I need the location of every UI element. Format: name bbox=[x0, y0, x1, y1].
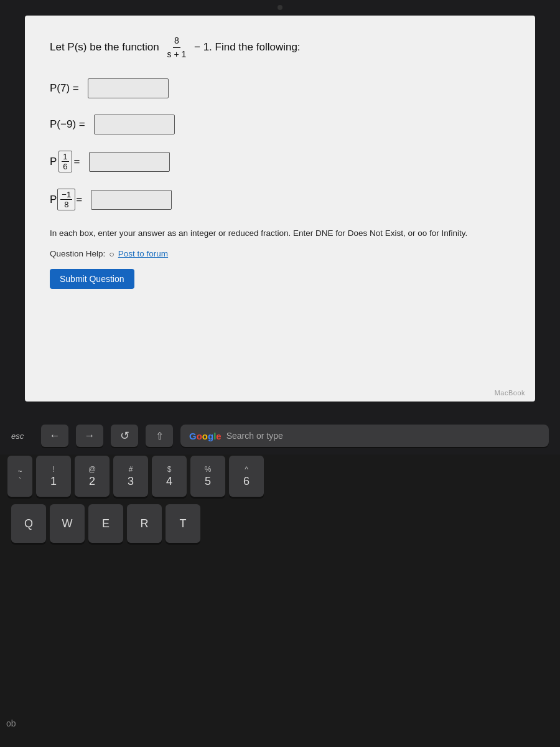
search-bar[interactable]: Google Search or type bbox=[180, 425, 549, 447]
r-char: R bbox=[141, 517, 149, 530]
key-t[interactable]: T bbox=[166, 504, 200, 543]
row-p-9: P(−9) = bbox=[50, 115, 510, 134]
forward-key[interactable]: → bbox=[76, 425, 103, 447]
dollar-symbol: $ bbox=[167, 465, 172, 474]
help-icon: ○ bbox=[109, 249, 114, 259]
bottom-label: ob bbox=[6, 718, 16, 728]
label-p-9: P(−9) = bbox=[50, 118, 85, 131]
three-char: 3 bbox=[128, 475, 134, 488]
problem-text-prefix: Let P(s) be the function bbox=[50, 41, 159, 53]
one-char: 1 bbox=[50, 475, 57, 488]
hash-symbol: # bbox=[129, 465, 133, 474]
five-char: 5 bbox=[205, 475, 211, 488]
back-arrow-icon: ← bbox=[50, 430, 60, 442]
forward-arrow-icon: → bbox=[85, 430, 95, 442]
google-logo: Google bbox=[189, 431, 222, 441]
exclaim-symbol: ! bbox=[52, 465, 54, 474]
post-to-forum-link[interactable]: Post to forum bbox=[118, 249, 168, 258]
label-p-neg-1-8: P −1 8 = bbox=[50, 189, 82, 210]
key-3[interactable]: # 3 bbox=[113, 456, 148, 497]
input-p7[interactable] bbox=[88, 78, 169, 98]
row-p7: P(7) = bbox=[50, 78, 510, 98]
key-1[interactable]: ! 1 bbox=[36, 456, 71, 497]
label-p-1-6: P 1 6 = bbox=[50, 151, 80, 172]
key-q[interactable]: Q bbox=[11, 504, 46, 543]
esc-key[interactable]: esc bbox=[11, 431, 34, 441]
camera bbox=[278, 5, 282, 10]
input-p-1-6[interactable] bbox=[89, 152, 170, 172]
fraction-neg-1-8: −1 8 bbox=[57, 189, 75, 210]
problem-statement: Let P(s) be the function 8 s + 1 − 1. Fi… bbox=[50, 34, 510, 61]
caret-symbol: ^ bbox=[245, 465, 248, 474]
key-r[interactable]: R bbox=[127, 504, 162, 543]
row-p-neg-1-8: P −1 8 = bbox=[50, 189, 510, 210]
macbook-brand: MacBook bbox=[495, 389, 525, 397]
tilde-key[interactable]: ~ ` bbox=[7, 456, 32, 497]
number-row: ~ ` ! 1 @ 2 # 3 $ 4 % 5 ^ 6 bbox=[0, 456, 560, 497]
input-p-neg-1-8[interactable] bbox=[91, 190, 172, 210]
problem-text-suffix: − 1. Find the following: bbox=[194, 41, 301, 53]
key-4[interactable]: $ 4 bbox=[152, 456, 187, 497]
instruction-text: In each box, enter your answer as an int… bbox=[50, 227, 485, 240]
key-5[interactable]: % 5 bbox=[190, 456, 225, 497]
main-fraction: 8 s + 1 bbox=[166, 34, 188, 61]
back-key[interactable]: ← bbox=[41, 425, 68, 447]
percent-symbol: % bbox=[205, 465, 212, 474]
question-help-label: Question Help: bbox=[50, 249, 105, 258]
share-key[interactable]: ⇧ bbox=[146, 425, 173, 447]
fraction-1-6: 1 6 bbox=[58, 151, 72, 172]
key-6[interactable]: ^ 6 bbox=[229, 456, 264, 497]
backtick-char: ` bbox=[19, 477, 21, 486]
screen-display: Let P(s) be the function 8 s + 1 − 1. Fi… bbox=[25, 16, 535, 402]
w-char: W bbox=[62, 517, 73, 530]
input-p-9[interactable] bbox=[94, 115, 175, 134]
alpha-row: Q W E R T bbox=[0, 504, 560, 543]
keyboard-top-bar: esc ← → ↺ ⇧ Google Search or type bbox=[0, 417, 560, 454]
tilde-symbol: ~ bbox=[17, 467, 22, 476]
submit-button[interactable]: Submit Question bbox=[50, 269, 134, 289]
search-placeholder: Search or type bbox=[226, 431, 283, 441]
question-help: Question Help: ○ Post to forum bbox=[50, 249, 510, 259]
four-char: 4 bbox=[166, 475, 172, 488]
six-char: 6 bbox=[243, 475, 250, 488]
laptop-screen: Let P(s) be the function 8 s + 1 − 1. Fi… bbox=[0, 0, 560, 423]
q-char: Q bbox=[24, 517, 33, 530]
key-2[interactable]: @ 2 bbox=[75, 456, 110, 497]
e-char: E bbox=[102, 517, 110, 530]
label-p7: P(7) = bbox=[50, 82, 79, 95]
share-icon: ⇧ bbox=[156, 430, 164, 442]
math-problem: Let P(s) be the function 8 s + 1 − 1. Fi… bbox=[50, 34, 510, 289]
t-char: T bbox=[180, 517, 187, 530]
key-e[interactable]: E bbox=[88, 504, 123, 543]
key-w[interactable]: W bbox=[50, 504, 85, 543]
refresh-icon: ↺ bbox=[120, 429, 129, 443]
refresh-key[interactable]: ↺ bbox=[111, 425, 138, 447]
two-char: 2 bbox=[89, 475, 95, 488]
at-symbol: @ bbox=[88, 465, 96, 474]
row-p-1-6: P 1 6 = bbox=[50, 151, 510, 172]
